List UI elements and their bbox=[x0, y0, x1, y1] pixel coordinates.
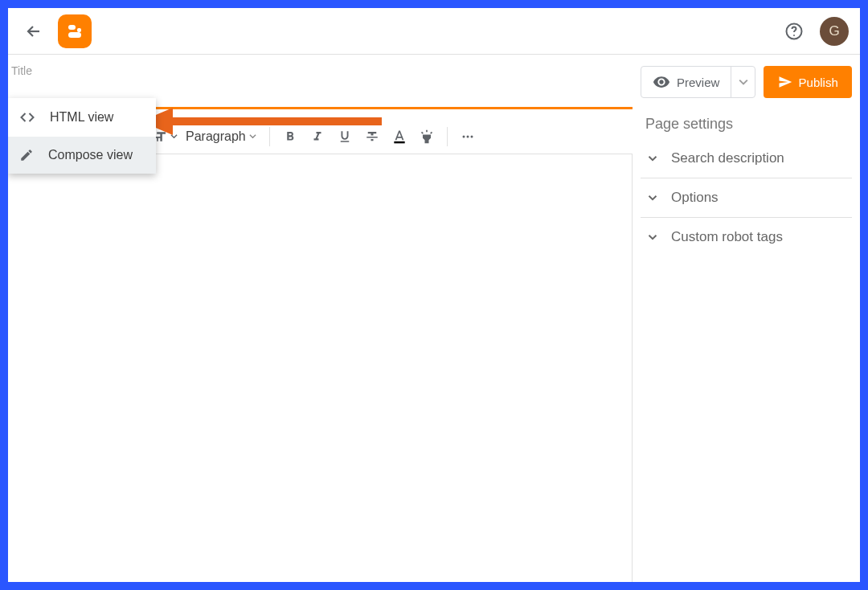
menu-item-compose-view[interactable]: Compose view bbox=[8, 137, 156, 174]
pencil-icon bbox=[19, 148, 34, 162]
caret-down-icon bbox=[739, 77, 748, 87]
side-panel: Preview Publish Page settings Search des… bbox=[633, 55, 860, 582]
help-button[interactable] bbox=[780, 17, 809, 46]
view-mode-menu: HTML view Compose view bbox=[8, 98, 156, 174]
text-color-icon bbox=[391, 129, 407, 145]
svg-rect-1 bbox=[68, 32, 81, 38]
strikethrough-button[interactable] bbox=[360, 124, 384, 150]
profile-avatar[interactable]: G bbox=[820, 17, 849, 46]
svg-point-7 bbox=[466, 135, 469, 137]
svg-point-6 bbox=[462, 135, 465, 137]
svg-rect-5 bbox=[394, 141, 404, 143]
code-icon bbox=[19, 109, 35, 125]
underline-icon bbox=[338, 129, 352, 144]
setting-label: Options bbox=[671, 190, 719, 206]
send-icon bbox=[778, 75, 792, 89]
editor-canvas[interactable] bbox=[8, 154, 633, 582]
avatar-letter: G bbox=[829, 23, 839, 39]
blogger-logo-icon bbox=[65, 22, 84, 41]
setting-options[interactable]: Options bbox=[641, 178, 852, 218]
setting-custom-robot-tags[interactable]: Custom robot tags bbox=[641, 218, 852, 256]
preview-dropdown-button[interactable] bbox=[731, 67, 755, 97]
text-color-button[interactable] bbox=[387, 124, 411, 150]
setting-search-description[interactable]: Search description bbox=[641, 139, 852, 178]
more-icon bbox=[460, 129, 476, 145]
help-icon bbox=[784, 22, 804, 41]
underline-button[interactable] bbox=[333, 124, 357, 150]
page-settings-title: Page settings bbox=[645, 116, 852, 133]
preview-label: Preview bbox=[677, 76, 719, 89]
font-size-button[interactable] bbox=[153, 124, 178, 150]
strikethrough-icon bbox=[365, 129, 379, 144]
svg-point-4 bbox=[793, 35, 795, 36]
preview-button[interactable]: Preview bbox=[641, 67, 731, 97]
bold-icon bbox=[283, 129, 297, 144]
action-row: Preview Publish bbox=[641, 66, 852, 98]
chevron-down-icon bbox=[645, 191, 660, 205]
italic-icon bbox=[310, 129, 325, 144]
svg-point-8 bbox=[470, 135, 473, 137]
more-tools-button[interactable] bbox=[456, 124, 480, 150]
highlight-button[interactable] bbox=[415, 124, 439, 150]
back-arrow-icon bbox=[24, 22, 43, 41]
caret-down-icon bbox=[170, 133, 178, 140]
eye-icon bbox=[653, 73, 670, 91]
highlight-icon bbox=[419, 129, 435, 145]
toolbar-separator bbox=[447, 127, 448, 146]
publish-button[interactable]: Publish bbox=[764, 66, 852, 98]
preview-button-group: Preview bbox=[641, 66, 755, 98]
paragraph-label: Paragraph bbox=[186, 129, 246, 144]
menu-item-label: HTML view bbox=[50, 110, 113, 125]
paragraph-style-button[interactable]: Paragraph bbox=[181, 129, 261, 144]
toolbar-separator bbox=[269, 127, 270, 146]
chevron-down-icon bbox=[645, 230, 660, 244]
title-label: Title bbox=[11, 64, 32, 77]
header-right: G bbox=[780, 17, 849, 46]
menu-item-label: Compose view bbox=[48, 148, 133, 162]
caret-down-icon bbox=[249, 133, 256, 140]
chevron-down-icon bbox=[645, 151, 660, 166]
bold-button[interactable] bbox=[278, 124, 302, 150]
svg-rect-0 bbox=[68, 25, 76, 30]
setting-label: Custom robot tags bbox=[671, 229, 783, 245]
setting-label: Search description bbox=[671, 150, 784, 166]
italic-button[interactable] bbox=[305, 124, 330, 150]
menu-item-html-view[interactable]: HTML view bbox=[8, 98, 156, 137]
svg-rect-2 bbox=[77, 28, 81, 32]
app-header: G bbox=[8, 8, 860, 55]
publish-label: Publish bbox=[799, 76, 838, 89]
back-button[interactable] bbox=[19, 17, 48, 46]
header-left bbox=[19, 14, 92, 48]
blogger-logo[interactable] bbox=[58, 14, 92, 48]
